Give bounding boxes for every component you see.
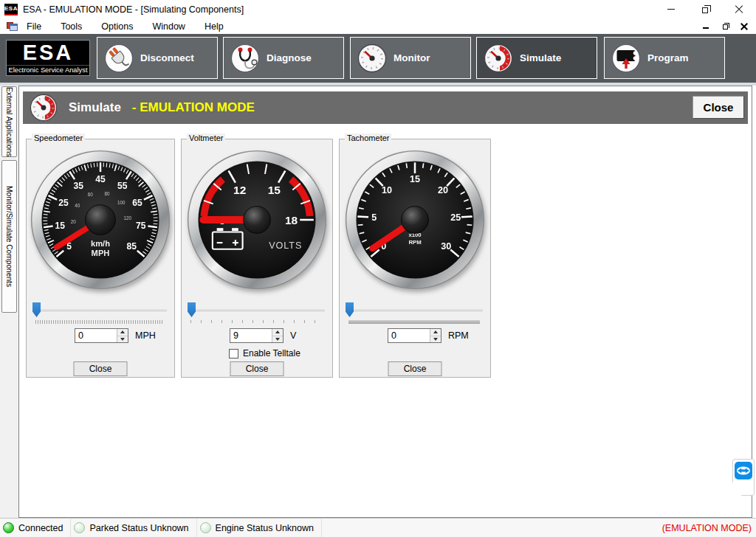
toolbar-button-label: Diagnose bbox=[267, 52, 312, 63]
menu-file[interactable]: File bbox=[27, 21, 41, 32]
checkbox-label: Enable Telltale bbox=[243, 348, 300, 358]
svg-text:65: 65 bbox=[132, 198, 142, 208]
slider-thumb[interactable] bbox=[346, 302, 354, 317]
status-engine: Engine Status Unknown bbox=[197, 519, 322, 537]
voltmeter-close-button[interactable]: Close bbox=[230, 361, 284, 376]
emulation-mode-label: (EMULATION MODE) bbox=[662, 523, 756, 533]
tab-monitor-simulate-components[interactable]: Monitor/Simulate Components bbox=[1, 160, 17, 313]
svg-text:5: 5 bbox=[371, 212, 377, 223]
restore-button[interactable] bbox=[688, 0, 722, 18]
status-connected: Connected bbox=[0, 519, 71, 537]
close-icon bbox=[735, 5, 743, 14]
voltmeter-panel: Voltmeter 9121518VOLTS 9 V Enable Tel bbox=[181, 139, 333, 378]
svg-text:30: 30 bbox=[441, 241, 451, 252]
tachometer-gauge: 051015202530x100RPM bbox=[343, 148, 487, 291]
app-icon-text: ESA bbox=[4, 5, 18, 12]
main-toolbar: ESA Electronic Service Analyst Disconnec… bbox=[0, 34, 756, 83]
gauge-icon bbox=[357, 44, 387, 73]
enable-telltale-checkbox[interactable] bbox=[229, 349, 238, 358]
spin-down-button[interactable] bbox=[430, 336, 441, 343]
close-icon bbox=[740, 23, 748, 30]
content-area: Simulate - EMULATION MODE Close Speedome… bbox=[18, 86, 752, 518]
speedometer-close-button[interactable]: Close bbox=[74, 361, 128, 376]
toolbar-simulate-button[interactable]: Simulate bbox=[476, 37, 597, 79]
header-close-button[interactable]: Close bbox=[693, 96, 744, 119]
svg-text:20: 20 bbox=[71, 219, 77, 224]
unit-label: V bbox=[290, 330, 296, 341]
voltmeter-slider[interactable] bbox=[188, 302, 325, 318]
input-value: 0 bbox=[391, 330, 396, 341]
tachometer-value-input[interactable]: 0 bbox=[388, 328, 441, 343]
child-close-button[interactable] bbox=[740, 22, 749, 31]
svg-text:35: 35 bbox=[74, 181, 84, 191]
menu-options[interactable]: Options bbox=[101, 21, 133, 32]
window-title: ESA - EMULATION MODE - [Simulating Compo… bbox=[23, 4, 244, 15]
svg-text:45: 45 bbox=[95, 174, 106, 184]
svg-text:MPH: MPH bbox=[92, 249, 110, 257]
menu-window[interactable]: Window bbox=[152, 21, 185, 32]
svg-text:km/h: km/h bbox=[91, 239, 110, 248]
slider-ticks bbox=[348, 320, 480, 324]
slider-track bbox=[189, 309, 325, 311]
spin-up-button[interactable] bbox=[430, 329, 441, 336]
svg-text:25: 25 bbox=[58, 198, 69, 208]
spin-down-button[interactable] bbox=[272, 336, 283, 343]
slider-track bbox=[34, 309, 167, 311]
voltmeter-gauge: 9121518VOLTS bbox=[185, 148, 329, 291]
spin-up-button[interactable] bbox=[117, 329, 128, 336]
voltmeter-value-input[interactable]: 9 bbox=[230, 328, 284, 343]
slider-thumb[interactable] bbox=[188, 302, 196, 317]
toolbar-button-label: Monitor bbox=[394, 52, 430, 63]
stethoscope-icon bbox=[230, 44, 260, 73]
plug-icon bbox=[104, 44, 134, 73]
svg-text:75: 75 bbox=[136, 221, 146, 231]
teamviewer-icon bbox=[735, 462, 752, 479]
child-restore-button[interactable] bbox=[721, 22, 729, 31]
menu-bar: File Tools Options Window Help bbox=[0, 18, 756, 34]
tab-external-applications[interactable]: External Applications bbox=[1, 86, 17, 157]
minimize-button[interactable] bbox=[654, 0, 688, 18]
speedometer-gauge: 5152535455565758520406080100120km/hMPH bbox=[29, 148, 172, 291]
close-window-button[interactable] bbox=[722, 0, 756, 18]
slider-thumb[interactable] bbox=[32, 302, 41, 317]
svg-text:15: 15 bbox=[410, 174, 420, 184]
spinner bbox=[430, 329, 441, 342]
toolbar-diagnose-button[interactable]: Diagnose bbox=[223, 37, 344, 79]
svg-text:80: 80 bbox=[104, 191, 110, 196]
svg-text:120: 120 bbox=[124, 215, 132, 221]
child-window-icon bbox=[7, 21, 18, 31]
toolbar-disconnect-button[interactable]: Disconnect bbox=[97, 37, 218, 79]
svg-text:55: 55 bbox=[117, 181, 128, 191]
svg-text:15: 15 bbox=[268, 184, 281, 196]
slider-track bbox=[347, 309, 483, 311]
svg-text:18: 18 bbox=[285, 214, 298, 226]
minimize-icon bbox=[703, 27, 709, 29]
child-window-controls bbox=[701, 22, 749, 31]
esa-logo: ESA Electronic Service Analyst bbox=[6, 40, 90, 76]
speedometer-value-input[interactable]: 0 bbox=[75, 328, 128, 343]
gauge-red-icon bbox=[484, 44, 513, 73]
tachometer-close-button[interactable]: Close bbox=[388, 361, 442, 376]
restore-icon bbox=[702, 7, 708, 13]
status-label: Connected bbox=[18, 523, 63, 533]
svg-text:100: 100 bbox=[117, 200, 126, 205]
panel-title: Voltmeter bbox=[187, 134, 225, 142]
simulate-gauge-icon bbox=[30, 94, 58, 122]
tachometer-slider[interactable] bbox=[346, 302, 483, 318]
svg-text:25: 25 bbox=[450, 212, 461, 223]
svg-text:20: 20 bbox=[438, 185, 448, 195]
toolbar-monitor-button[interactable]: Monitor bbox=[350, 37, 471, 79]
side-tab-strip: External Applications Monitor/Simulate C… bbox=[0, 86, 18, 518]
toolbar-program-button[interactable]: Program bbox=[604, 37, 725, 79]
menu-help[interactable]: Help bbox=[205, 21, 224, 32]
svg-text:15: 15 bbox=[55, 221, 65, 231]
spin-down-button[interactable] bbox=[117, 336, 128, 343]
header-mode-label: - EMULATION MODE bbox=[132, 100, 255, 115]
status-label: Engine Status Unknown bbox=[216, 523, 314, 533]
speedometer-slider[interactable] bbox=[32, 302, 167, 318]
child-minimize-button[interactable] bbox=[701, 22, 710, 31]
spin-up-button[interactable] bbox=[272, 329, 283, 336]
unit-label: MPH bbox=[135, 330, 156, 341]
svg-text:60: 60 bbox=[88, 192, 94, 197]
menu-tools[interactable]: Tools bbox=[61, 21, 82, 32]
